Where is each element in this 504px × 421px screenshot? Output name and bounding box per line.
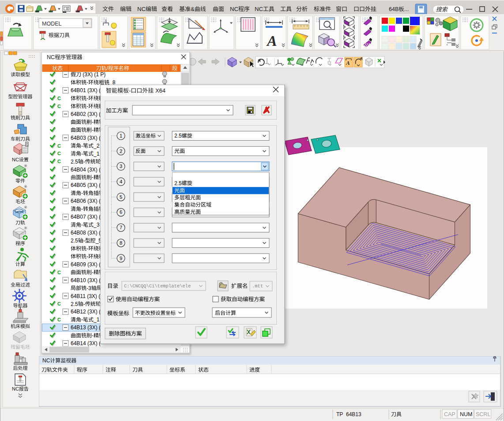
svg-text:64B10 (3X) (: 64B10 (3X) ( [71, 277, 101, 283]
svg-text:-: - [87, 253, 88, 260]
svg-text:-: - [129, 87, 131, 94]
svg-text:-: - [92, 174, 94, 180]
svg-text:-: - [81, 222, 83, 228]
svg-text:2.5: 2.5 [174, 133, 182, 139]
svg-text:-: - [87, 246, 88, 252]
svg-text:C: C [57, 301, 61, 306]
svg-text:NC: NC [137, 6, 146, 12]
svg-text:TP 64B13: TP 64B13 [336, 411, 361, 417]
svg-text:-: - [87, 79, 88, 86]
svg-text:-: - [92, 127, 94, 133]
svg-text:A: A [266, 33, 277, 49]
svg-text:NC: NC [47, 54, 55, 60]
svg-text:MODEL: MODEL [42, 21, 62, 27]
svg-text:C: C [57, 159, 61, 164]
svg-text:64B11 (3X) (: 64B11 (3X) ( [71, 293, 100, 299]
svg-text:.mtt: .mtt [252, 283, 263, 289]
svg-text:64B07 (3X) (: 64B07 (3X) ( [71, 214, 101, 220]
svg-text:64B02 (3X) (: 64B02 (3X) ( [71, 111, 101, 117]
svg-text:2: 2 [120, 149, 122, 154]
svg-text:9: 9 [120, 256, 122, 261]
svg-text:C: C [57, 143, 61, 149]
svg-text:64B: 64B [389, 6, 399, 12]
svg-text:_1: _1 [93, 151, 100, 157]
svg-text:4: 4 [120, 179, 122, 184]
svg-text:64B12 (3X) (: 64B12 (3X) ( [71, 309, 101, 315]
svg-text:-: - [81, 317, 83, 323]
svg-text:C:\CNCQQ\Ci\template\ele: C:\CNCQQ\Ci\template\ele [124, 283, 191, 289]
svg-text:(3X) (1 P): (3X) (1 P) [81, 71, 105, 78]
svg-text:7: 7 [120, 225, 122, 230]
svg-text:MM: MM [35, 10, 39, 13]
svg-text:-: - [81, 143, 83, 149]
svg-text:-: - [81, 206, 83, 212]
svg-text:SCRL: SCRL [476, 411, 490, 417]
svg-text:64B14 (3X) (: 64B14 (3X) ( [71, 340, 101, 346]
svg-text:1: 1 [120, 133, 122, 138]
svg-text:-: - [92, 269, 94, 276]
svg-text:C: C [57, 317, 61, 322]
svg-text:-: - [87, 103, 88, 109]
svg-text:_3: _3 [93, 222, 100, 228]
svg-text:A: A [346, 60, 350, 66]
svg-text:NUM: NUM [460, 411, 472, 417]
svg-text:_1: _1 [93, 317, 100, 323]
svg-text:C: C [57, 151, 61, 156]
svg-text:-: - [83, 159, 85, 165]
svg-text:MM: MM [75, 10, 80, 13]
svg-text:-3: -3 [87, 285, 91, 291]
svg-text:2.5: 2.5 [174, 180, 182, 186]
svg-text:5: 5 [120, 194, 122, 200]
svg-text:C: C [57, 270, 61, 275]
svg-text:8: 8 [120, 240, 122, 246]
svg-text:64B13 (3X) (: 64B13 (3X) ( [71, 324, 101, 331]
svg-text:NC: NC [230, 6, 238, 12]
svg-text:-: - [92, 332, 94, 339]
svg-text:X64: X64 [154, 87, 165, 94]
svg-text:64B01 (3X) (: 64B01 (3X) ( [71, 87, 101, 93]
svg-text:2.5: 2.5 [71, 159, 78, 165]
svg-text:NC: NC [12, 386, 19, 391]
svg-text:NC: NC [12, 157, 19, 162]
svg-text:NC: NC [255, 6, 263, 12]
svg-text:C: C [57, 104, 61, 109]
svg-text:-: - [83, 301, 85, 307]
svg-text:2.5: 2.5 [71, 238, 78, 244]
svg-text:-: - [83, 238, 85, 244]
svg-text:CAP: CAP [444, 411, 455, 417]
svg-text:64B08 (3X) (: 64B08 (3X) ( [71, 230, 101, 236]
svg-text:3: 3 [120, 164, 122, 169]
svg-text:-: - [87, 95, 88, 101]
svg-text:_2: _2 [93, 143, 100, 149]
svg-text:2.5: 2.5 [71, 301, 78, 307]
svg-text:&: & [191, 6, 195, 12]
svg-text:-: - [81, 151, 83, 157]
svg-text:64B04 (3X) (: 64B04 (3X) ( [71, 167, 101, 173]
svg-text:NC: NC [42, 358, 50, 364]
svg-text:64B05 (3X) (: 64B05 (3X) ( [71, 182, 101, 188]
svg-text:6: 6 [120, 209, 122, 215]
svg-text:MM: MM [49, 10, 53, 13]
svg-text:-: - [92, 119, 94, 125]
svg-text:64B06 (3X) (: 64B06 (3X) ( [71, 198, 101, 204]
svg-text:...: ... [404, 6, 409, 12]
svg-text:C: C [57, 96, 61, 101]
svg-text:64B09 (3X) (: 64B09 (3X) ( [71, 261, 101, 268]
svg-text:64B03 (3X) (: 64B03 (3X) ( [71, 135, 101, 141]
svg-text:-: - [81, 190, 83, 196]
